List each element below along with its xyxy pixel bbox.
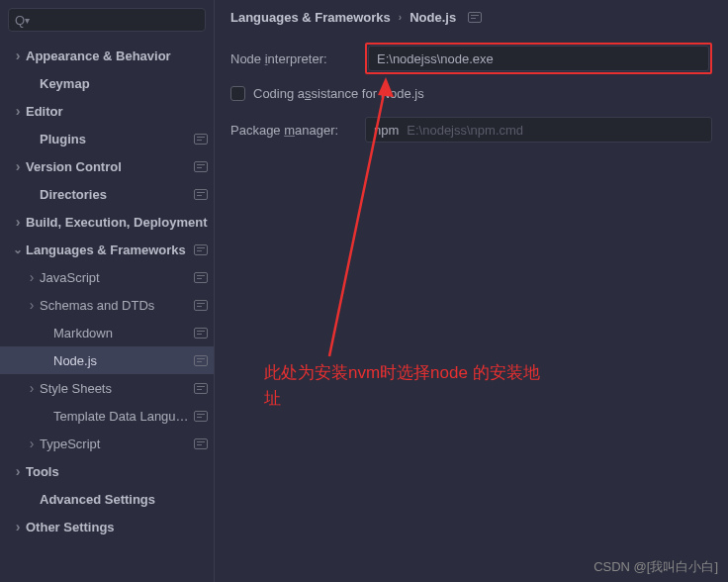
sidebar-item-directories[interactable]: Directories (0, 180, 214, 208)
scope-badge-icon (468, 12, 482, 23)
sidebar-item-label: Build, Execution, Deployment (26, 215, 208, 230)
scope-badge-icon (194, 438, 208, 449)
sidebar-item-markdown[interactable]: Markdown (0, 319, 214, 346)
chevron-icon (26, 273, 38, 282)
chevron-icon (12, 218, 24, 227)
chevron-icon (26, 384, 38, 393)
annotation-text: 此处为安装nvm时选择node 的安装地址 (264, 360, 541, 411)
sidebar-item-appearance-behavior[interactable]: Appearance & Behavior (0, 42, 214, 69)
scope-badge-icon (194, 383, 208, 394)
sidebar-item-label: Directories (40, 187, 190, 202)
sidebar-item-label: Version Control (26, 159, 190, 174)
package-manager-value: npm (374, 123, 399, 138)
sidebar-item-keymap[interactable]: Keymap (0, 69, 214, 97)
sidebar-item-label: Advanced Settings (40, 492, 208, 507)
sidebar-item-other-settings[interactable]: Other Settings (0, 513, 214, 540)
sidebar-item-label: TypeScript (40, 436, 190, 451)
sidebar-item-label: Editor (26, 104, 208, 119)
chevron-icon (26, 439, 38, 448)
settings-tree[interactable]: Appearance & BehaviorKeymapEditorPlugins… (0, 38, 214, 582)
annotation-highlight: E:\nodejss\node.exe (365, 43, 712, 74)
interpreter-label: Node interpreter: (230, 51, 355, 66)
sidebar-item-label: Keymap (40, 76, 208, 91)
scope-badge-icon (194, 189, 208, 200)
sidebar-item-build-execution-deployment[interactable]: Build, Execution, Deployment (0, 208, 214, 236)
package-manager-field[interactable]: npm E:\nodejss\npm.cmd (365, 117, 712, 143)
sidebar-item-plugins[interactable]: Plugins (0, 125, 214, 152)
coding-assistance-row[interactable]: Coding assistance for Node.js (230, 86, 712, 101)
chevron-icon (26, 301, 38, 310)
sidebar-item-label: Other Settings (26, 520, 208, 534)
sidebar-item-template-data-languages[interactable]: Template Data Languages (0, 402, 214, 430)
scope-badge-icon (194, 134, 208, 145)
chevron-right-icon: › (399, 12, 402, 23)
sidebar-search[interactable]: Q ▾ (8, 8, 206, 32)
scope-badge-icon (194, 161, 208, 172)
scope-badge-icon (194, 300, 208, 311)
sidebar-item-label: Languages & Frameworks (26, 242, 190, 257)
sidebar-item-label: Tools (26, 464, 208, 479)
watermark: CSDN @[我叫白小白] (593, 558, 718, 576)
scope-badge-icon (194, 244, 208, 255)
interpreter-row: Node interpreter: E:\nodejss\node.exe (230, 43, 712, 74)
search-chevron-icon: ▾ (25, 15, 30, 26)
breadcrumb: Languages & Frameworks › Node.js (230, 10, 712, 25)
scope-badge-icon (194, 328, 208, 339)
chevron-icon (12, 523, 24, 532)
sidebar-item-version-control[interactable]: Version Control (0, 152, 214, 180)
package-manager-row: Package manager: npm E:\nodejss\npm.cmd (230, 117, 712, 143)
chevron-icon (12, 107, 24, 116)
coding-assistance-label: Coding assistance for Node.js (253, 86, 424, 101)
settings-sidebar: Q ▾ Appearance & BehaviorKeymapEditorPlu… (0, 0, 215, 582)
interpreter-field[interactable]: E:\nodejss\node.exe (368, 46, 709, 71)
package-manager-path: E:\nodejss\npm.cmd (407, 123, 523, 138)
sidebar-item-languages-frameworks[interactable]: Languages & Frameworks (0, 236, 214, 263)
scope-badge-icon (194, 411, 208, 422)
sidebar-item-label: Appearance & Behavior (26, 48, 208, 63)
chevron-icon (12, 51, 24, 60)
sidebar-item-label: Markdown (53, 326, 190, 340)
search-icon: Q (15, 13, 25, 28)
chevron-icon (12, 467, 24, 476)
sidebar-item-label: Plugins (40, 132, 190, 146)
package-manager-label: Package manager: (230, 123, 355, 138)
chevron-icon (12, 245, 24, 254)
sidebar-item-advanced-settings[interactable]: Advanced Settings (0, 485, 214, 513)
scope-badge-icon (194, 272, 208, 283)
sidebar-item-label: Style Sheets (40, 381, 190, 396)
search-input[interactable] (34, 13, 199, 28)
sidebar-item-javascript[interactable]: JavaScript (0, 263, 214, 291)
interpreter-value: E:\nodejss\node.exe (377, 51, 700, 66)
breadcrumb-root[interactable]: Languages & Frameworks (230, 10, 391, 25)
scope-badge-icon (194, 355, 208, 366)
settings-main: Languages & Frameworks › Node.js Node in… (215, 0, 728, 582)
sidebar-item-schemas-and-dtds[interactable]: Schemas and DTDs (0, 291, 214, 319)
sidebar-item-label: JavaScript (40, 270, 190, 285)
sidebar-item-style-sheets[interactable]: Style Sheets (0, 374, 214, 402)
chevron-icon (12, 162, 24, 171)
sidebar-item-label: Schemas and DTDs (40, 298, 190, 313)
sidebar-item-label: Node.js (53, 353, 190, 368)
sidebar-item-label: Template Data Languages (53, 409, 190, 424)
breadcrumb-current: Node.js (410, 10, 456, 25)
sidebar-search-row: Q ▾ (0, 0, 214, 38)
sidebar-item-tools[interactable]: Tools (0, 457, 214, 485)
coding-assistance-checkbox[interactable] (230, 86, 245, 101)
sidebar-item-typescript[interactable]: TypeScript (0, 430, 214, 457)
sidebar-item-node-js[interactable]: Node.js (0, 346, 214, 374)
sidebar-item-editor[interactable]: Editor (0, 97, 214, 125)
